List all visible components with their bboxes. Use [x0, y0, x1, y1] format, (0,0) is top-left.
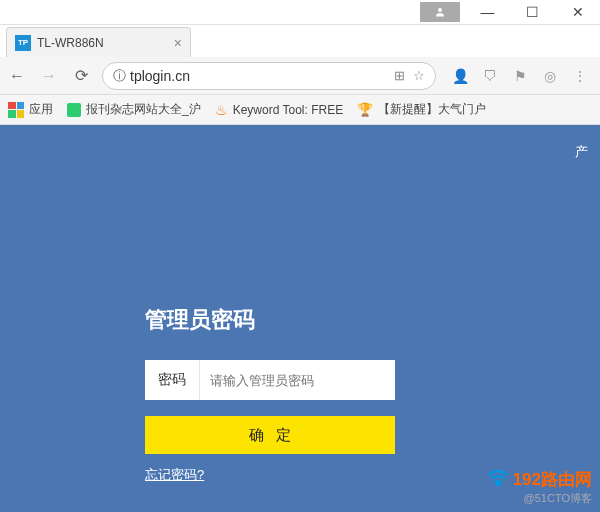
site-info-icon[interactable]: ⓘ	[113, 67, 126, 85]
svg-point-0	[438, 8, 442, 12]
minimize-button[interactable]: —	[465, 0, 510, 24]
tab-bar: TP TL-WR886N ×	[0, 25, 600, 57]
url-text: tplogin.cn	[130, 68, 190, 84]
trophy-icon: 🏆	[357, 102, 373, 117]
flame-icon: ♨	[215, 102, 228, 118]
favicon-icon: TP	[15, 35, 31, 51]
watermark: 192路由网 @51CTO博客	[487, 468, 592, 506]
watermark-brand: 192路由网	[513, 468, 592, 491]
user-account-button[interactable]	[420, 2, 460, 22]
bookmark-item-1[interactable]: 报刊杂志网站大全_沪	[67, 101, 201, 118]
apps-grid-icon	[8, 102, 24, 118]
forward-button[interactable]: →	[38, 65, 60, 87]
wifi-icon	[487, 468, 509, 491]
password-label: 密码	[145, 360, 200, 400]
top-right-link[interactable]: 产	[575, 143, 588, 161]
extension-person-icon[interactable]: 👤	[450, 66, 470, 86]
watermark-sub: @51CTO博客	[487, 491, 592, 506]
reload-button[interactable]: ⟳	[70, 65, 92, 87]
browser-menu-button[interactable]: ⋮	[570, 66, 590, 86]
bookmarks-bar: 应用 报刊杂志网站大全_沪 ♨ Keyword Tool: FREE 🏆 【新提…	[0, 95, 600, 125]
window-titlebar: — ☐ ✕	[0, 0, 600, 25]
bookmark-label: 【新提醒】大气门户	[378, 101, 486, 118]
password-row: 密码	[145, 360, 395, 400]
apps-shortcut[interactable]: 应用	[8, 101, 53, 118]
back-button[interactable]: ←	[6, 65, 28, 87]
forgot-password-link[interactable]: 忘记密码?	[145, 466, 204, 484]
address-bar: ← → ⟳ ⓘ tplogin.cn ⊞ ☆ 👤 ⛉ ⚑ ◎ ⋮	[0, 57, 600, 95]
browser-tab[interactable]: TP TL-WR886N ×	[6, 27, 191, 57]
extensions-area: 👤 ⛉ ⚑ ◎ ⋮	[446, 66, 594, 86]
bookmark-label: 报刊杂志网站大全_沪	[86, 101, 201, 118]
url-box[interactable]: ⓘ tplogin.cn ⊞ ☆	[102, 62, 436, 90]
extension-flag-icon[interactable]: ⚑	[510, 66, 530, 86]
password-input[interactable]	[200, 360, 395, 400]
tab-title: TL-WR886N	[37, 36, 104, 50]
bookmark-item-2[interactable]: ♨ Keyword Tool: FREE	[215, 102, 344, 118]
submit-button[interactable]: 确定	[145, 416, 395, 454]
extension-disc-icon[interactable]: ◎	[540, 66, 560, 86]
maximize-button[interactable]: ☐	[510, 0, 555, 24]
bookmark-favicon-icon	[67, 103, 81, 117]
close-window-button[interactable]: ✕	[555, 0, 600, 24]
tab-close-button[interactable]: ×	[174, 35, 182, 51]
bookmark-item-3[interactable]: 🏆 【新提醒】大气门户	[357, 101, 486, 118]
qr-icon[interactable]: ⊞	[394, 68, 405, 83]
svg-point-1	[496, 483, 499, 486]
extension-shield-icon[interactable]: ⛉	[480, 66, 500, 86]
bookmark-star-icon[interactable]: ☆	[413, 68, 425, 83]
apps-label: 应用	[29, 101, 53, 118]
bookmark-label: Keyword Tool: FREE	[233, 103, 344, 117]
page-content: 产 管理员密码 密码 确定 忘记密码? 192路由网 @51CTO博客	[0, 125, 600, 512]
page-title: 管理员密码	[145, 305, 395, 335]
login-panel: 管理员密码 密码 确定 忘记密码?	[145, 305, 395, 484]
